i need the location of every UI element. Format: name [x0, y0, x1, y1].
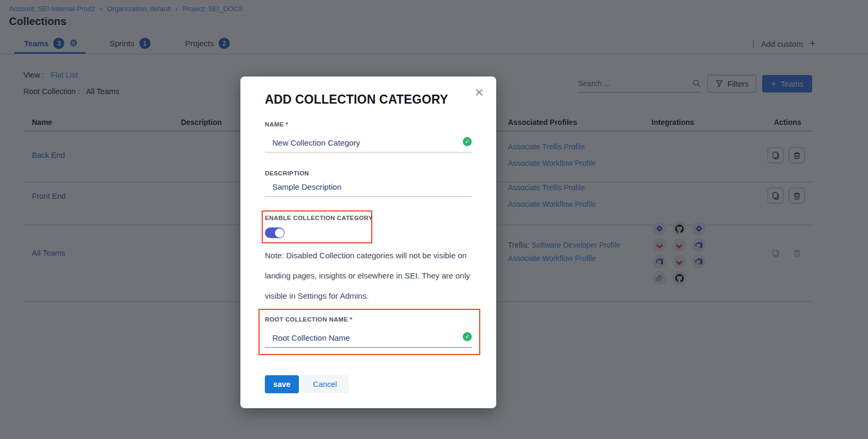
description-input[interactable]: [265, 180, 472, 197]
name-field-label: NAME *: [265, 121, 288, 128]
valid-check-icon: ✓: [463, 137, 472, 146]
cancel-button[interactable]: Cancel: [301, 375, 349, 393]
toggle-knob: [275, 229, 284, 238]
name-input[interactable]: [265, 136, 472, 153]
root-name-field: ✓: [265, 331, 472, 348]
name-field: ✓: [265, 136, 472, 153]
root-name-field-label: ROOT COLLECTION NAME *: [265, 316, 353, 323]
description-field: [265, 180, 472, 197]
enable-toggle-label: ENABLE COLLECTION CATEGORY: [265, 215, 373, 221]
enable-collection-toggle[interactable]: [265, 227, 285, 238]
disabled-note-text: Note: Disabled Collection categories wil…: [265, 246, 473, 306]
valid-check-icon: ✓: [463, 332, 472, 341]
root-name-input[interactable]: [265, 331, 472, 348]
add-collection-category-modal: × ADD COLLECTION CATEGORY NAME * ✓ DESCR…: [240, 77, 496, 408]
description-field-label: DESCRIPTION: [265, 170, 309, 176]
modal-title: ADD COLLECTION CATEGORY: [265, 92, 448, 107]
save-button[interactable]: save: [265, 375, 299, 393]
close-icon[interactable]: ×: [475, 85, 483, 100]
